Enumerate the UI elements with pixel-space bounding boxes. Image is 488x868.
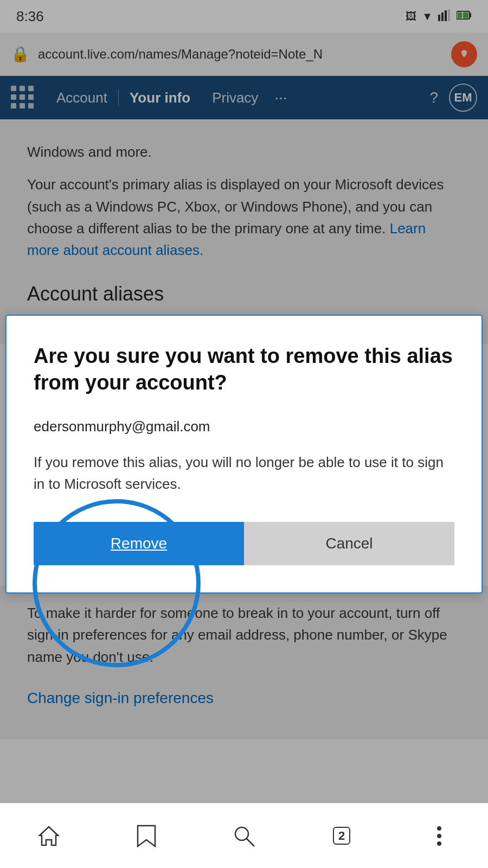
dialog-email: edersonmurphy@gmail.com bbox=[34, 418, 454, 435]
svg-point-14 bbox=[437, 826, 441, 831]
tabs-button[interactable]: 2 bbox=[320, 814, 363, 858]
search-button[interactable] bbox=[222, 814, 266, 858]
more-menu-button[interactable] bbox=[418, 814, 461, 858]
home-button[interactable] bbox=[27, 814, 70, 858]
cancel-button[interactable]: Cancel bbox=[244, 522, 454, 565]
bookmark-button[interactable] bbox=[125, 814, 168, 858]
svg-point-15 bbox=[437, 834, 441, 838]
search-icon bbox=[233, 825, 255, 847]
svg-point-12 bbox=[235, 827, 248, 840]
tab-badge: 2 bbox=[333, 829, 350, 843]
dialog-body: If you remove this alias, you will no lo… bbox=[34, 451, 454, 495]
more-dots-icon bbox=[435, 825, 443, 847]
confirm-dialog: Are you sure you want to remove this ali… bbox=[5, 315, 483, 593]
svg-point-16 bbox=[437, 841, 441, 846]
svg-marker-10 bbox=[40, 827, 58, 845]
tab-count: 2 bbox=[333, 827, 350, 845]
svg-marker-11 bbox=[138, 826, 155, 846]
bottom-nav: 2 bbox=[0, 803, 488, 868]
home-icon bbox=[37, 825, 60, 847]
bookmark-icon bbox=[137, 825, 156, 847]
dialog-title: Are you sure you want to remove this ali… bbox=[34, 343, 454, 397]
svg-line-13 bbox=[247, 839, 254, 846]
remove-button[interactable]: Remove bbox=[34, 522, 244, 565]
dialog-buttons: Remove Cancel bbox=[34, 522, 454, 565]
